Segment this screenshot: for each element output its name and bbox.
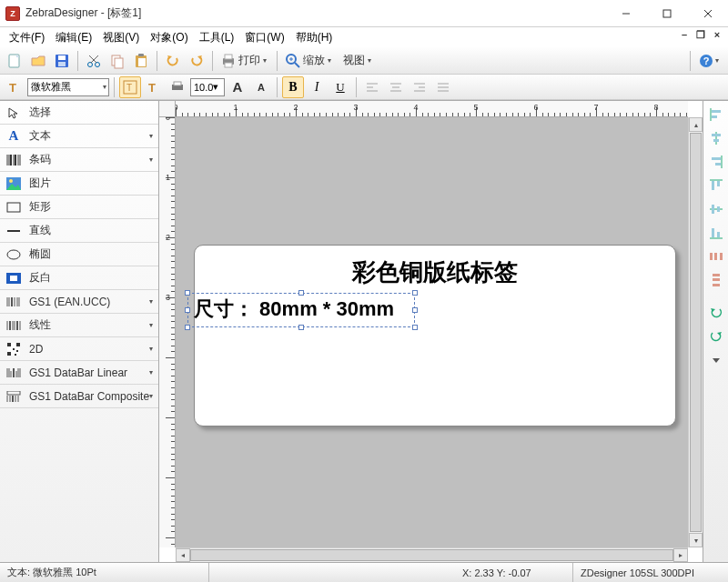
- tool-text[interactable]: A文本▾: [0, 125, 158, 148]
- scroll-right-button[interactable]: ▸: [673, 548, 688, 562]
- resize-handle[interactable]: [298, 325, 304, 330]
- text-icon: T: [7, 80, 22, 95]
- align-center-v[interactable]: [706, 199, 726, 219]
- text-object-button[interactable]: T: [143, 76, 165, 98]
- printer-font-button[interactable]: [167, 76, 188, 98]
- vertical-scrollbar[interactable]: ▴ ▾: [688, 117, 703, 547]
- tool-line[interactable]: 直线: [0, 219, 158, 243]
- ellipse-icon: [5, 247, 22, 262]
- svg-rect-84: [7, 391, 20, 395]
- menu-window[interactable]: 窗口(W): [239, 28, 289, 47]
- ruler-horizontal[interactable]: 012345678: [176, 101, 688, 117]
- svg-rect-97: [712, 157, 721, 160]
- new-button[interactable]: [4, 50, 25, 72]
- save-button[interactable]: [51, 50, 73, 72]
- align-center-h[interactable]: [706, 128, 726, 148]
- text-object-icon: T: [147, 80, 161, 95]
- tool-rect[interactable]: 矩形: [0, 196, 158, 219]
- paste-button[interactable]: [130, 50, 152, 72]
- tool-databar-composite[interactable]: GS1 DataBar Composite▾: [0, 385, 158, 408]
- font-name-combo[interactable]: 微软雅黑▾: [27, 78, 109, 96]
- menu-tools[interactable]: 工具(L): [194, 28, 240, 47]
- tool-barcode[interactable]: 条码▾: [0, 148, 158, 172]
- zoom-button[interactable]: 缩放 ▾: [282, 50, 337, 72]
- design-canvas[interactable]: 彩色铜版纸标签 尺寸： 80mm * 30mm: [176, 117, 688, 547]
- tool-databar-linear[interactable]: GS1 DataBar Linear▾: [0, 361, 158, 385]
- copy-button[interactable]: [106, 50, 128, 72]
- close-button[interactable]: [687, 0, 728, 26]
- bold-button[interactable]: B: [282, 76, 304, 98]
- resize-handle[interactable]: [412, 290, 418, 296]
- menu-view[interactable]: 视图(V): [97, 28, 145, 47]
- menu-help[interactable]: 帮助(H): [290, 28, 339, 47]
- tool-linear[interactable]: 线性▾: [0, 314, 158, 337]
- open-button[interactable]: [27, 50, 49, 72]
- distribute-v[interactable]: [706, 270, 726, 290]
- italic-button[interactable]: I: [306, 76, 328, 98]
- resize-handle[interactable]: [412, 325, 418, 330]
- scroll-up-button[interactable]: ▴: [689, 117, 703, 132]
- align-left-button[interactable]: [361, 76, 383, 98]
- resize-handle[interactable]: [185, 307, 190, 313]
- rotate-cw[interactable]: [706, 326, 726, 346]
- view-dropdown[interactable]: 视图 ▾: [339, 50, 377, 72]
- resize-handle[interactable]: [185, 325, 190, 330]
- align-center-h-icon: [709, 131, 723, 146]
- redo-button[interactable]: [186, 50, 207, 72]
- text-style-button[interactable]: T: [4, 76, 25, 98]
- more-icon: [709, 353, 723, 367]
- label-object[interactable]: 彩色铜版纸标签 尺寸： 80mm * 30mm: [194, 245, 676, 426]
- menu-file[interactable]: 文件(F): [4, 28, 50, 47]
- rotate-ccw[interactable]: [706, 303, 726, 323]
- print-button[interactable]: 打印 ▾: [217, 50, 272, 72]
- chevron-down-icon: ▾: [213, 81, 218, 93]
- scroll-left-button[interactable]: ◂: [176, 548, 190, 562]
- underline-button[interactable]: U: [329, 76, 351, 98]
- help-button[interactable]: ?▾: [695, 50, 724, 72]
- tool-gs1[interactable]: GS1 (EAN.UCC)▾: [0, 290, 158, 314]
- tool-2d[interactable]: 2D▾: [0, 337, 158, 361]
- mdi-minimize[interactable]: –: [677, 27, 692, 42]
- menu-edit[interactable]: 编辑(E): [50, 28, 97, 47]
- mdi-restore[interactable]: ❐: [693, 27, 708, 42]
- maximize-button[interactable]: [646, 0, 687, 26]
- align-top-edges[interactable]: [706, 176, 726, 196]
- decrease-font-button[interactable]: A: [250, 76, 272, 98]
- align-left-edges[interactable]: [706, 105, 726, 125]
- font-size-combo[interactable]: 10.0▾: [190, 78, 225, 96]
- tool-select[interactable]: 选择: [0, 101, 158, 125]
- cut-button[interactable]: [83, 50, 105, 72]
- resize-handle[interactable]: [412, 307, 418, 313]
- tool-inverse[interactable]: 反白: [0, 266, 158, 290]
- tool-ellipse[interactable]: 椭圆: [0, 243, 158, 266]
- distribute-h[interactable]: [706, 246, 726, 266]
- resize-handle[interactable]: [298, 290, 304, 296]
- resize-handle[interactable]: [185, 290, 190, 296]
- scroll-down-button[interactable]: ▾: [689, 533, 703, 547]
- svg-rect-15: [138, 58, 146, 66]
- label-title-text[interactable]: 彩色铜版纸标签: [195, 256, 675, 288]
- align-right-edges[interactable]: [706, 152, 726, 172]
- tool-image[interactable]: 图片: [0, 172, 158, 196]
- ruler-vertical[interactable]: 0123: [159, 117, 176, 547]
- undo-button[interactable]: [162, 50, 184, 72]
- more-align[interactable]: [706, 350, 726, 370]
- align-center-button[interactable]: [385, 76, 407, 98]
- barcode-icon: [5, 153, 22, 167]
- horizontal-scrollbar[interactable]: ◂ ▸: [176, 547, 688, 562]
- minimize-button[interactable]: [605, 0, 646, 26]
- svg-rect-57: [10, 276, 17, 281]
- scroll-thumb[interactable]: [690, 133, 702, 532]
- scroll-thumb[interactable]: [190, 549, 673, 561]
- align-bottom-edges[interactable]: [706, 223, 726, 243]
- align-right-button[interactable]: [409, 76, 430, 98]
- zoom-in-icon: [285, 53, 301, 69]
- label-size-text[interactable]: 尺寸： 80mm * 30mm: [188, 294, 414, 325]
- fit-text-icon: T: [123, 80, 137, 95]
- align-justify-button[interactable]: [432, 76, 454, 98]
- selection-box[interactable]: 尺寸： 80mm * 30mm: [187, 293, 415, 327]
- increase-font-button[interactable]: A: [227, 76, 248, 98]
- fit-text-button[interactable]: T: [119, 76, 141, 98]
- mdi-close[interactable]: ×: [710, 27, 724, 42]
- menu-object[interactable]: 对象(O): [145, 28, 193, 47]
